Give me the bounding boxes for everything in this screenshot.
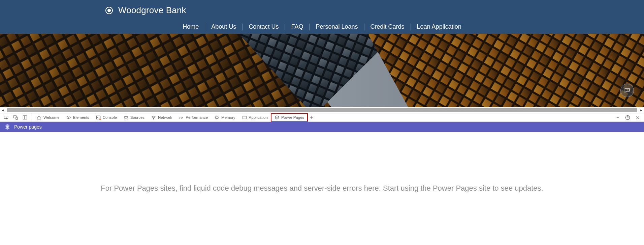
- tab-label: Performance: [186, 115, 208, 119]
- brand-logo-icon: [105, 7, 113, 14]
- tab-label: Power Pages: [281, 115, 304, 119]
- svg-point-13: [125, 116, 127, 119]
- ellipsis-icon: ⋯: [615, 115, 619, 120]
- close-icon: [636, 115, 640, 120]
- svg-rect-16: [243, 116, 246, 119]
- site-header: Woodgrove Bank Home About Us Contact Us …: [0, 0, 644, 34]
- tab-sources[interactable]: Sources: [120, 113, 148, 121]
- nav-loan-application[interactable]: Loan Application: [411, 23, 468, 30]
- add-tab-button[interactable]: +: [308, 114, 316, 120]
- tab-console[interactable]: Console: [93, 113, 120, 121]
- nav-personal-loans[interactable]: Personal Loans: [310, 23, 364, 30]
- tab-welcome[interactable]: Welcome: [33, 113, 63, 121]
- brand: Woodgrove Bank: [105, 5, 186, 16]
- tab-label: Console: [103, 115, 117, 119]
- site-viewport-inner: Woodgrove Bank Home About Us Contact Us …: [0, 0, 644, 107]
- scroll-right-arrow-icon[interactable]: ►: [638, 107, 644, 113]
- svg-rect-15: [216, 116, 218, 119]
- panel-empty-message: For Power Pages sites, find liquid code …: [101, 183, 543, 194]
- code-icon: [66, 115, 71, 120]
- power-pages-logo-icon: [4, 124, 11, 130]
- nav-faq[interactable]: FAQ: [285, 23, 309, 30]
- more-tools-button[interactable]: ⋯: [614, 114, 621, 121]
- devtools-tabstrip: Welcome Elements Console Sources Network…: [0, 113, 644, 122]
- console-icon: [96, 115, 101, 120]
- nav-home[interactable]: Home: [176, 23, 205, 30]
- inspect-element-button[interactable]: [2, 113, 10, 121]
- tab-power-pages[interactable]: Power Pages: [271, 113, 308, 121]
- window-icon: [242, 115, 247, 120]
- horizontal-scrollbar[interactable]: ◄ ►: [0, 107, 644, 113]
- help-icon: [625, 115, 630, 120]
- wifi-icon: [151, 115, 156, 120]
- power-pages-panel-body: For Power Pages sites, find liquid code …: [0, 132, 644, 245]
- close-devtools-button[interactable]: [634, 114, 641, 121]
- plus-icon: +: [310, 114, 313, 120]
- device-emulation-button[interactable]: [11, 113, 20, 121]
- power-pages-panel-header: Power pages: [0, 122, 644, 132]
- panel-icon: [23, 115, 27, 120]
- inspect-icon: [4, 115, 8, 120]
- svg-rect-7: [0, 34, 644, 107]
- tab-elements[interactable]: Elements: [63, 113, 93, 121]
- power-pages-icon: [275, 115, 279, 120]
- devices-icon: [13, 115, 18, 120]
- chat-launcher-button[interactable]: [620, 84, 634, 97]
- svg-point-14: [153, 119, 154, 119]
- tab-label: Memory: [221, 115, 235, 119]
- help-button[interactable]: [624, 114, 631, 121]
- tab-performance[interactable]: Performance: [175, 113, 211, 121]
- brand-name: Woodgrove Bank: [118, 5, 186, 16]
- tab-label: Elements: [73, 115, 89, 119]
- scroll-thumb[interactable]: [7, 108, 637, 112]
- svg-rect-11: [23, 116, 27, 119]
- nav-about[interactable]: About Us: [205, 23, 242, 30]
- nav-credit-cards[interactable]: Credit Cards: [364, 23, 411, 30]
- hero-image: [0, 34, 644, 107]
- tab-application[interactable]: Application: [239, 113, 271, 121]
- bug-icon: [124, 115, 128, 120]
- nav-contact[interactable]: Contact Us: [243, 23, 285, 30]
- chat-icon: [624, 87, 631, 94]
- site-viewport: Woodgrove Bank Home About Us Contact Us …: [0, 0, 644, 113]
- panel-title: Power pages: [14, 124, 42, 130]
- home-icon: [37, 115, 41, 120]
- activity-bar-button[interactable]: [21, 113, 29, 121]
- tab-label: Welcome: [43, 115, 60, 119]
- tab-label: Network: [158, 115, 172, 119]
- main-nav: Home About Us Contact Us FAQ Personal Lo…: [0, 23, 644, 30]
- tabstrip-separator: [32, 115, 32, 120]
- chip-icon: [215, 115, 219, 120]
- scroll-left-arrow-icon[interactable]: ◄: [0, 107, 6, 113]
- tab-network[interactable]: Network: [148, 113, 175, 121]
- tab-memory[interactable]: Memory: [211, 113, 239, 121]
- gauge-icon: [179, 115, 184, 120]
- tab-label: Application: [249, 115, 268, 119]
- tab-label: Sources: [130, 115, 144, 119]
